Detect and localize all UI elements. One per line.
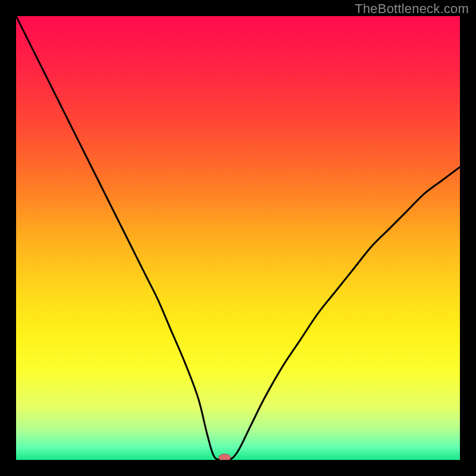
- watermark-text: TheBottleneck.com: [355, 1, 469, 17]
- optimum-marker: [219, 454, 231, 460]
- chart-frame: TheBottleneck.com: [0, 0, 476, 476]
- bottleneck-curve-chart: [16, 16, 460, 460]
- plot-area: [16, 16, 460, 460]
- gradient-background: [16, 16, 460, 460]
